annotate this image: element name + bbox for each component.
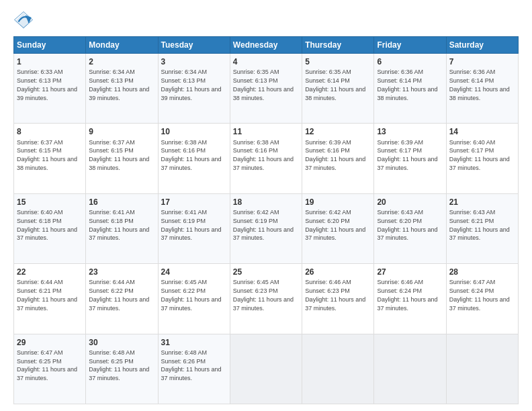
- header-day: Tuesday: [158, 37, 230, 54]
- day-number: 26: [305, 267, 371, 277]
- header-day: Friday: [374, 37, 446, 54]
- calendar-week-row: 15 Sunrise: 6:40 AMSunset: 6:18 PMDaylig…: [14, 193, 519, 263]
- day-number: 14: [449, 126, 515, 137]
- calendar-cell: 8 Sunrise: 6:37 AMSunset: 6:15 PMDayligh…: [14, 124, 86, 193]
- cell-text: Sunrise: 6:39 AMSunset: 6:17 PMDaylight:…: [377, 139, 437, 171]
- calendar-cell: 9 Sunrise: 6:37 AMSunset: 6:15 PMDayligh…: [86, 124, 158, 193]
- cell-text: Sunrise: 6:46 AMSunset: 6:23 PMDaylight:…: [305, 279, 365, 311]
- header-day: Wednesday: [230, 37, 302, 54]
- day-number: 31: [161, 337, 227, 348]
- calendar-cell: 17 Sunrise: 6:41 AMSunset: 6:19 PMDaylig…: [158, 193, 230, 263]
- calendar-cell: 18 Sunrise: 6:42 AMSunset: 6:19 PMDaylig…: [230, 193, 302, 263]
- calendar-body: 1 Sunrise: 6:33 AMSunset: 6:13 PMDayligh…: [14, 54, 519, 404]
- calendar-cell: 23 Sunrise: 6:44 AMSunset: 6:22 PMDaylig…: [86, 264, 158, 334]
- calendar-cell: 16 Sunrise: 6:41 AMSunset: 6:18 PMDaylig…: [86, 193, 158, 263]
- logo: [13, 11, 36, 31]
- calendar-cell: 21 Sunrise: 6:43 AMSunset: 6:21 PMDaylig…: [446, 193, 518, 263]
- cell-text: Sunrise: 6:35 AMSunset: 6:13 PMDaylight:…: [233, 68, 294, 101]
- calendar-cell: [374, 334, 446, 404]
- header-day: Thursday: [302, 37, 374, 54]
- calendar-cell: 4 Sunrise: 6:35 AMSunset: 6:13 PMDayligh…: [230, 54, 302, 124]
- calendar-cell: 29 Sunrise: 6:47 AMSunset: 6:25 PMDaylig…: [14, 334, 86, 404]
- cell-text: Sunrise: 6:45 AMSunset: 6:22 PMDaylight:…: [161, 279, 222, 311]
- calendar-cell: [302, 334, 374, 404]
- day-number: 9: [89, 126, 154, 137]
- day-number: 6: [377, 56, 443, 67]
- day-number: 2: [89, 56, 154, 67]
- calendar-cell: 2 Sunrise: 6:34 AMSunset: 6:13 PMDayligh…: [86, 54, 158, 124]
- cell-text: Sunrise: 6:41 AMSunset: 6:19 PMDaylight:…: [161, 209, 222, 241]
- cell-text: Sunrise: 6:43 AMSunset: 6:20 PMDaylight:…: [377, 209, 437, 241]
- cell-text: Sunrise: 6:34 AMSunset: 6:13 PMDaylight:…: [89, 68, 149, 101]
- cell-text: Sunrise: 6:46 AMSunset: 6:24 PMDaylight:…: [377, 279, 437, 311]
- calendar-cell: 11 Sunrise: 6:38 AMSunset: 6:16 PMDaylig…: [230, 124, 302, 193]
- calendar-cell: 3 Sunrise: 6:34 AMSunset: 6:13 PMDayligh…: [158, 54, 230, 124]
- cell-text: Sunrise: 6:44 AMSunset: 6:22 PMDaylight:…: [89, 279, 149, 311]
- day-number: 11: [233, 126, 299, 137]
- day-number: 29: [17, 337, 83, 348]
- calendar-cell: 1 Sunrise: 6:33 AMSunset: 6:13 PMDayligh…: [14, 54, 86, 124]
- day-number: 22: [17, 267, 83, 277]
- calendar-cell: 28 Sunrise: 6:47 AMSunset: 6:24 PMDaylig…: [446, 264, 518, 334]
- calendar-header-row: SundayMondayTuesdayWednesdayThursdayFrid…: [14, 37, 519, 54]
- day-number: 5: [305, 56, 371, 67]
- header-day: Sunday: [14, 37, 86, 54]
- calendar-cell: 20 Sunrise: 6:43 AMSunset: 6:20 PMDaylig…: [374, 193, 446, 263]
- day-number: 21: [449, 197, 515, 208]
- calendar-cell: 22 Sunrise: 6:44 AMSunset: 6:21 PMDaylig…: [14, 264, 86, 334]
- cell-text: Sunrise: 6:45 AMSunset: 6:23 PMDaylight:…: [233, 279, 294, 311]
- calendar-cell: 7 Sunrise: 6:36 AMSunset: 6:14 PMDayligh…: [446, 54, 518, 124]
- calendar-week-row: 1 Sunrise: 6:33 AMSunset: 6:13 PMDayligh…: [14, 54, 519, 124]
- cell-text: Sunrise: 6:39 AMSunset: 6:16 PMDaylight:…: [305, 139, 365, 171]
- cell-text: Sunrise: 6:37 AMSunset: 6:15 PMDaylight:…: [89, 139, 149, 171]
- cell-text: Sunrise: 6:34 AMSunset: 6:13 PMDaylight:…: [161, 68, 222, 101]
- day-number: 8: [17, 126, 83, 137]
- day-number: 20: [377, 197, 443, 208]
- day-number: 24: [161, 267, 227, 277]
- day-number: 1: [17, 56, 83, 67]
- calendar-cell: 25 Sunrise: 6:45 AMSunset: 6:23 PMDaylig…: [230, 264, 302, 334]
- cell-text: Sunrise: 6:38 AMSunset: 6:16 PMDaylight:…: [161, 139, 222, 171]
- cell-text: Sunrise: 6:41 AMSunset: 6:18 PMDaylight:…: [89, 209, 149, 241]
- calendar-cell: 14 Sunrise: 6:40 AMSunset: 6:17 PMDaylig…: [446, 124, 518, 193]
- calendar-header: SundayMondayTuesdayWednesdayThursdayFrid…: [14, 37, 519, 54]
- cell-text: Sunrise: 6:40 AMSunset: 6:17 PMDaylight:…: [449, 139, 510, 171]
- day-number: 3: [161, 56, 227, 67]
- day-number: 4: [233, 56, 299, 67]
- cell-text: Sunrise: 6:42 AMSunset: 6:19 PMDaylight:…: [233, 209, 294, 241]
- header-day: Saturday: [446, 37, 518, 54]
- calendar-week-row: 22 Sunrise: 6:44 AMSunset: 6:21 PMDaylig…: [14, 264, 519, 334]
- cell-text: Sunrise: 6:36 AMSunset: 6:14 PMDaylight:…: [449, 68, 510, 101]
- calendar-cell: 6 Sunrise: 6:36 AMSunset: 6:14 PMDayligh…: [374, 54, 446, 124]
- cell-text: Sunrise: 6:47 AMSunset: 6:25 PMDaylight:…: [17, 349, 77, 381]
- calendar-cell: [446, 334, 518, 404]
- cell-text: Sunrise: 6:44 AMSunset: 6:21 PMDaylight:…: [17, 279, 77, 311]
- logo-icon: [13, 11, 34, 31]
- calendar-week-row: 29 Sunrise: 6:47 AMSunset: 6:25 PMDaylig…: [14, 334, 519, 404]
- cell-text: Sunrise: 6:43 AMSunset: 6:21 PMDaylight:…: [449, 209, 510, 241]
- day-number: 19: [305, 197, 371, 208]
- cell-text: Sunrise: 6:42 AMSunset: 6:20 PMDaylight:…: [305, 209, 365, 241]
- calendar-cell: 30 Sunrise: 6:48 AMSunset: 6:25 PMDaylig…: [86, 334, 158, 404]
- day-number: 18: [233, 197, 299, 208]
- day-number: 7: [449, 56, 515, 67]
- day-number: 10: [161, 126, 227, 137]
- day-number: 27: [377, 267, 443, 277]
- calendar-cell: 5 Sunrise: 6:35 AMSunset: 6:14 PMDayligh…: [302, 54, 374, 124]
- header: [13, 11, 519, 31]
- cell-text: Sunrise: 6:35 AMSunset: 6:14 PMDaylight:…: [305, 68, 365, 101]
- day-number: 28: [449, 267, 515, 277]
- calendar-cell: 10 Sunrise: 6:38 AMSunset: 6:16 PMDaylig…: [158, 124, 230, 193]
- cell-text: Sunrise: 6:33 AMSunset: 6:13 PMDaylight:…: [17, 68, 77, 101]
- cell-text: Sunrise: 6:38 AMSunset: 6:16 PMDaylight:…: [233, 139, 294, 171]
- day-number: 25: [233, 267, 299, 277]
- cell-text: Sunrise: 6:40 AMSunset: 6:18 PMDaylight:…: [17, 209, 77, 241]
- day-number: 12: [305, 126, 371, 137]
- day-number: 16: [89, 197, 154, 208]
- calendar-cell: 12 Sunrise: 6:39 AMSunset: 6:16 PMDaylig…: [302, 124, 374, 193]
- calendar-cell: 19 Sunrise: 6:42 AMSunset: 6:20 PMDaylig…: [302, 193, 374, 263]
- calendar-cell: 13 Sunrise: 6:39 AMSunset: 6:17 PMDaylig…: [374, 124, 446, 193]
- day-number: 23: [89, 267, 154, 277]
- day-number: 13: [377, 126, 443, 137]
- calendar-cell: 24 Sunrise: 6:45 AMSunset: 6:22 PMDaylig…: [158, 264, 230, 334]
